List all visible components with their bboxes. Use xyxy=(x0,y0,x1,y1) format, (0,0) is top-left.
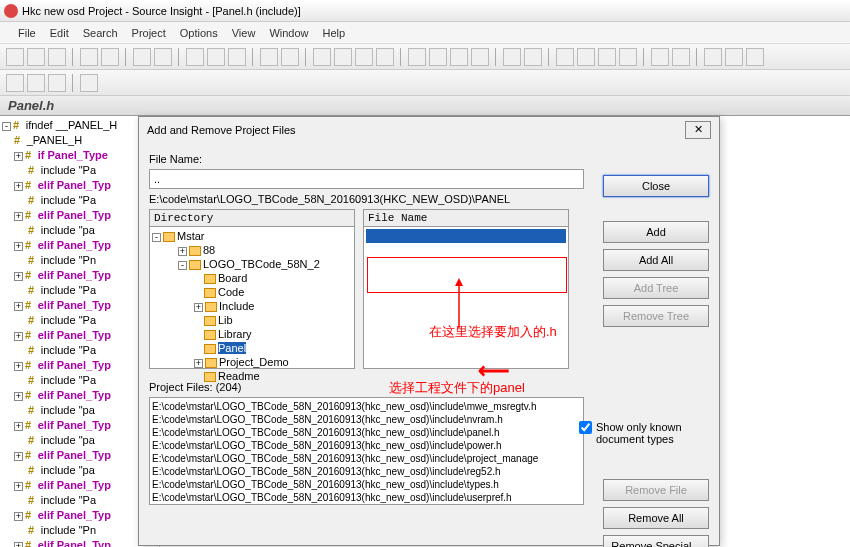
toolbar-2 xyxy=(0,70,850,96)
tb-rename-icon[interactable] xyxy=(704,48,722,66)
remove-all-button[interactable]: Remove All xyxy=(603,507,709,529)
tb-openproj-icon[interactable] xyxy=(260,48,278,66)
file-name-input[interactable] xyxy=(149,169,584,189)
toolbar-1 xyxy=(0,44,850,70)
tb-back-icon[interactable] xyxy=(313,48,331,66)
tb-bookmark-icon[interactable] xyxy=(503,48,521,66)
add-tree-button[interactable]: Add Tree xyxy=(603,277,709,299)
tb-redo-icon[interactable] xyxy=(101,48,119,66)
directory-header: Directory xyxy=(150,210,354,227)
tb-relations-icon[interactable] xyxy=(281,48,299,66)
tb-undo-icon[interactable] xyxy=(80,48,98,66)
tree-item-panel[interactable]: Panel xyxy=(152,341,352,355)
tb-win1-icon[interactable] xyxy=(556,48,574,66)
tb-search-icon[interactable] xyxy=(429,48,447,66)
menu-file[interactable]: File xyxy=(18,27,36,39)
tb-saveall-icon[interactable] xyxy=(48,74,66,92)
symbol-sidebar[interactable]: -# ifndef __PANEL_H # _PANEL_H +# if Pan… xyxy=(0,116,160,547)
window-title: Hkc new osd Project - Source Insight - [… xyxy=(22,5,301,17)
directory-pane[interactable]: Directory -Mstar +88 -LOGO_TBCode_58N_2 … xyxy=(149,209,355,369)
tb-paste-icon[interactable] xyxy=(48,48,66,66)
tb-win4-icon[interactable] xyxy=(619,48,637,66)
tb-options-icon[interactable] xyxy=(746,48,764,66)
dialog-title: Add and Remove Project Files xyxy=(147,124,296,136)
dialog-close-icon[interactable]: ✕ xyxy=(685,121,711,139)
file-name-label: File Name: xyxy=(149,153,709,165)
close-button[interactable]: Close xyxy=(603,175,709,197)
menu-window[interactable]: Window xyxy=(269,27,308,39)
tb-diff-icon[interactable] xyxy=(725,48,743,66)
tb-save-icon[interactable] xyxy=(27,74,45,92)
tb-findxy-icon[interactable] xyxy=(228,48,246,66)
tb-goto-icon[interactable] xyxy=(524,48,542,66)
menu-project[interactable]: Project xyxy=(132,27,166,39)
add-all-button[interactable]: Add All xyxy=(603,249,709,271)
add-remove-files-dialog: Add and Remove Project Files ✕ File Name… xyxy=(138,116,720,546)
tb-indent-icon[interactable] xyxy=(154,48,172,66)
app-icon xyxy=(4,4,18,18)
menu-options[interactable]: Options xyxy=(180,27,218,39)
project-files-label: Project Files: (204) xyxy=(149,381,709,393)
remove-file-button[interactable]: Remove File xyxy=(603,479,709,501)
tb-cursor-icon[interactable] xyxy=(672,48,690,66)
project-files-list[interactable]: E:\code\mstar\LOGO_TBCode_58N_20160913(h… xyxy=(149,397,584,505)
file-list-pane[interactable]: File Name xyxy=(363,209,569,369)
menu-help[interactable]: Help xyxy=(323,27,346,39)
tb-copy-icon[interactable] xyxy=(27,48,45,66)
show-known-types-label: Show only known document types xyxy=(596,421,709,445)
remove-tree-button[interactable]: Remove Tree xyxy=(603,305,709,327)
tb-up-icon[interactable] xyxy=(355,48,373,66)
tb-print-icon[interactable] xyxy=(80,74,98,92)
tb-fwd-icon[interactable] xyxy=(334,48,352,66)
tb-infiles-icon[interactable] xyxy=(471,48,489,66)
tb-outdent-icon[interactable] xyxy=(133,48,151,66)
tb-win3-icon[interactable] xyxy=(598,48,616,66)
menu-search[interactable]: Search xyxy=(83,27,118,39)
menubar: File Edit Search Project Options View Wi… xyxy=(0,22,850,44)
tb-help-icon[interactable] xyxy=(651,48,669,66)
tb-cut-icon[interactable] xyxy=(6,48,24,66)
menu-edit[interactable]: Edit xyxy=(50,27,69,39)
file-tab[interactable]: Panel.h xyxy=(0,96,850,116)
tb-win2-icon[interactable] xyxy=(577,48,595,66)
show-known-types-checkbox[interactable] xyxy=(579,421,592,434)
tb-open-icon[interactable] xyxy=(6,74,24,92)
tb-ref-icon[interactable] xyxy=(450,48,468,66)
tb-replace-icon[interactable] xyxy=(207,48,225,66)
add-button[interactable]: Add xyxy=(603,221,709,243)
titlebar: Hkc new osd Project - Source Insight - [… xyxy=(0,0,850,22)
file-list-header: File Name xyxy=(364,210,568,227)
tb-sync-icon[interactable] xyxy=(408,48,426,66)
menu-view[interactable]: View xyxy=(232,27,256,39)
remove-special-button[interactable]: Remove Special... xyxy=(603,535,709,547)
tb-find-icon[interactable] xyxy=(186,48,204,66)
tb-down-icon[interactable] xyxy=(376,48,394,66)
